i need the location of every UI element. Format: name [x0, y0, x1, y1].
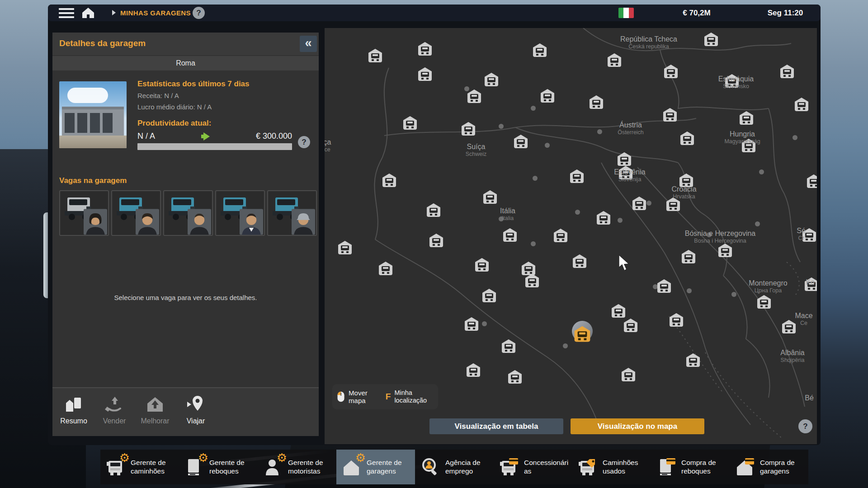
- garage-icon[interactable]: [336, 239, 354, 255]
- garage-icon[interactable]: [617, 164, 634, 180]
- collapse-panel-button[interactable]: «: [300, 36, 317, 52]
- garage-icon[interactable]: [684, 352, 702, 368]
- garage-icon[interactable]: [803, 276, 817, 292]
- garage-icon[interactable]: [665, 196, 682, 212]
- garage-icon[interactable]: [679, 130, 696, 146]
- garage-icon[interactable]: [481, 189, 499, 205]
- city-dot: [531, 241, 536, 246]
- garage-icon[interactable]: [678, 172, 695, 188]
- nav-item-truck-gear[interactable]: ⚙ Gerente de caminhões: [100, 450, 179, 484]
- garage-icon[interactable]: [723, 73, 741, 89]
- garage-slot[interactable]: [267, 190, 317, 236]
- table-view-button[interactable]: Visualização em tabela: [429, 418, 563, 434]
- trailer-card-icon: [656, 456, 677, 478]
- nav-item-label: Caminhões usados: [603, 459, 650, 475]
- garage-icon[interactable]: [512, 133, 529, 149]
- garage-icon[interactable]: [793, 96, 810, 112]
- nav-item-truck-tag[interactable]: Caminhões usados: [572, 450, 651, 484]
- garage-icon[interactable]: [483, 71, 500, 87]
- garage-icon[interactable]: [780, 319, 797, 334]
- garage-icon[interactable]: [367, 47, 384, 63]
- garage-icon[interactable]: [668, 312, 685, 328]
- nav-item-agency[interactable]: Agência de emprego: [415, 450, 494, 484]
- garage-icon[interactable]: [805, 173, 817, 189]
- city-dot: [597, 129, 602, 134]
- garage-icon[interactable]: [631, 195, 648, 211]
- garage-icon[interactable]: [500, 338, 517, 354]
- menu-icon[interactable]: [59, 8, 74, 18]
- viajar-button[interactable]: Viajar: [181, 394, 210, 425]
- sell-icon: [104, 394, 125, 415]
- garage-icon[interactable]: [501, 227, 519, 243]
- garage-slot[interactable]: [163, 190, 213, 236]
- garage-icon[interactable]: [481, 287, 498, 303]
- garage-icon[interactable]: [466, 88, 483, 104]
- garage-icon[interactable]: [778, 63, 796, 79]
- selected-garage-icon[interactable]: [572, 324, 592, 343]
- garage-slot[interactable]: [215, 190, 265, 236]
- garage-icon[interactable]: [539, 88, 556, 103]
- garage-icon[interactable]: [755, 294, 773, 310]
- player-money: € 70,2M: [672, 9, 722, 18]
- house-gear-icon: ⚙: [341, 456, 363, 478]
- nav-item-house-gear[interactable]: ⚙ Gerente de garagens: [336, 450, 415, 484]
- garage-icon[interactable]: [620, 366, 637, 382]
- europe-map[interactable]: República TchecaČeská republikaEslováqui…: [325, 28, 817, 444]
- breadcrumb[interactable]: MINHAS GARAGENS: [120, 9, 191, 17]
- garage-icon[interactable]: [460, 121, 477, 136]
- garage-icon[interactable]: [465, 362, 482, 378]
- management-nav-bar: ⚙ Gerente de caminhões ⚙ Gerente de rebo…: [100, 450, 808, 484]
- home-icon[interactable]: [81, 7, 95, 19]
- nav-item-truck-card[interactable]: Concessionárias: [494, 450, 572, 484]
- garage-icon[interactable]: [381, 172, 398, 188]
- garage-icon[interactable]: [531, 42, 548, 58]
- garage-icon[interactable]: [738, 110, 755, 126]
- topbar-help-button[interactable]: ?: [193, 7, 205, 19]
- productivity-help-button[interactable]: ?: [298, 136, 310, 148]
- garage-icon[interactable]: [506, 369, 524, 385]
- garage-icon[interactable]: [416, 41, 434, 56]
- summary-icon: [63, 394, 85, 415]
- nav-item-house-card[interactable]: Compra de garagens: [730, 450, 808, 484]
- garage-icon[interactable]: [680, 249, 697, 264]
- map-view-button[interactable]: Visualização no mapa: [571, 418, 704, 434]
- garage-icon[interactable]: [425, 202, 442, 218]
- truck-card-icon: [498, 456, 520, 478]
- resumo-button[interactable]: Resumo: [59, 394, 88, 425]
- garage-icon[interactable]: [703, 31, 720, 47]
- garage-icon[interactable]: [610, 303, 627, 319]
- revenue-line: Receita: N / A: [137, 92, 179, 99]
- nav-item-person-gear[interactable]: ⚙ Gerente de motoristas: [258, 450, 336, 484]
- melhorar-button[interactable]: Melhorar: [141, 394, 170, 425]
- garage-icon[interactable]: [552, 227, 569, 243]
- nav-item-trailer-gear[interactable]: ⚙ Gerente de reboques: [179, 450, 258, 484]
- garage-icon[interactable]: [740, 137, 757, 153]
- garage-icon[interactable]: [401, 115, 419, 131]
- garage-icon[interactable]: [568, 168, 585, 184]
- garage-slot[interactable]: [111, 190, 161, 236]
- garage-icon[interactable]: [588, 94, 605, 110]
- city-dot: [618, 218, 623, 223]
- garage-icon[interactable]: [416, 66, 434, 82]
- garage-icon[interactable]: [662, 63, 679, 79]
- garage-icon[interactable]: [571, 253, 588, 269]
- garage-icon[interactable]: [801, 227, 817, 243]
- garage-icon[interactable]: [661, 107, 679, 122]
- garage-icon[interactable]: [473, 257, 491, 272]
- garage-icon[interactable]: [717, 242, 734, 258]
- country-borders: [325, 28, 817, 444]
- garage-icon[interactable]: [656, 278, 673, 294]
- city-dot: [731, 292, 736, 297]
- garage-slot[interactable]: [59, 190, 109, 236]
- garage-icon[interactable]: [524, 272, 541, 288]
- garage-icon[interactable]: [377, 260, 394, 276]
- garage-icon[interactable]: [606, 52, 623, 68]
- garage-icon[interactable]: [595, 210, 612, 225]
- vender-button[interactable]: Vender: [100, 394, 129, 425]
- garage-icon[interactable]: [463, 316, 480, 332]
- garage-icon[interactable]: [428, 232, 445, 248]
- garage-icon[interactable]: [622, 317, 639, 333]
- map-help-button[interactable]: ?: [798, 419, 812, 433]
- city-dot: [575, 210, 580, 215]
- nav-item-trailer-card[interactable]: Compra de reboques: [651, 450, 730, 484]
